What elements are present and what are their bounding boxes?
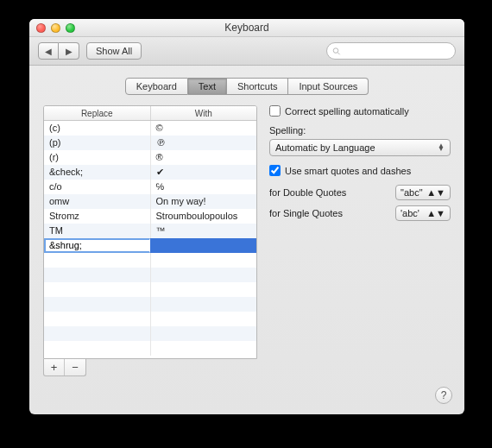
table-row[interactable]: StromzStroumboulopoulos [44,209,256,224]
minus-icon: − [72,361,79,374]
search-input[interactable] [344,46,450,56]
col-with[interactable]: With [151,106,257,120]
cell-with: Stroumboulopoulos [151,209,257,224]
cell-replace: omw [44,194,151,209]
tab-bar: Keyboard Text Shortcuts Input Sources [43,78,451,95]
svg-line-1 [337,52,339,54]
single-quotes-label: for Single Quotes [269,208,343,218]
cell-replace: Stromz [44,209,151,224]
cell-replace: (p) [44,136,151,150]
cell-with: ™ [151,224,257,238]
search-field[interactable] [326,42,456,60]
smart-quotes-checkbox[interactable]: Use smart quotes and dashes [269,165,451,176]
tab-text[interactable]: Text [188,78,227,95]
table-row-editing[interactable]: &shrug; [44,238,256,253]
search-icon [332,47,341,56]
window-title: Keyboard [29,22,464,34]
tab-shortcuts[interactable]: Shortcuts [227,78,288,95]
show-all-label: Show All [96,46,132,56]
cell-replace: (r) [44,150,151,165]
tab-label: Keyboard [136,81,177,91]
cell-with: ℗ [151,136,257,150]
cell-replace: c/o [44,180,151,194]
updown-icon: ▲▼ [438,144,445,151]
toolbar: ◀ ▶ Show All [29,37,464,66]
table-row[interactable]: (p)℗ [44,136,256,150]
cell-replace: TM [44,224,151,238]
correct-spelling-checkbox[interactable]: Correct spelling automatically [269,105,451,117]
content: Keyboard Text Shortcuts Input Sources Re… [29,66,464,414]
back-button[interactable]: ◀ [38,42,59,60]
table-row[interactable]: omwOn my way! [44,194,256,209]
cell-with [150,238,257,253]
checkbox-label: Use smart quotes and dashes [285,166,411,176]
popup-value: Automatic by Language [275,142,375,153]
cell-replace: &check; [44,165,151,180]
table-row[interactable]: TM™ [44,224,256,238]
table-row[interactable]: c/o℅ [44,180,256,194]
double-quotes-popup[interactable]: "abc" ▲▼ [395,185,451,200]
replacements-table[interactable]: Replace With (c)© (p)℗ (r)® &check;✔ c/o… [43,105,257,359]
updown-icon: ▲▼ [426,187,445,198]
table-row[interactable]: (r)® [44,150,256,165]
tab-input-sources[interactable]: Input Sources [288,78,369,95]
tab-keyboard[interactable]: Keyboard [125,78,188,95]
popup-value: "abc" [401,187,423,198]
prefs-window: Keyboard ◀ ▶ Show All Keyboard Text Shor… [29,19,464,414]
chevron-right-icon: ▶ [66,47,73,56]
add-remove-bar: + − [43,359,86,376]
add-button[interactable]: + [44,359,65,375]
titlebar: Keyboard [29,19,464,37]
cell-with: © [151,121,257,136]
cell-replace: (c) [44,121,151,136]
single-quotes-popup[interactable]: 'abc' ▲▼ [395,205,451,221]
remove-button[interactable]: − [65,359,85,375]
show-all-button[interactable]: Show All [86,42,142,60]
table-header: Replace With [44,106,256,121]
double-quotes-label: for Double Quotes [269,187,346,198]
help-icon: ? [441,389,447,401]
checkbox-label: Correct spelling automatically [285,106,409,117]
cell-replace-input[interactable]: &shrug; [44,238,150,253]
table-row[interactable]: &check;✔ [44,165,256,180]
forward-button[interactable]: ▶ [59,42,79,60]
cell-with: ℅ [151,180,257,194]
nav-segment: ◀ ▶ [38,42,79,60]
spelling-popup[interactable]: Automatic by Language ▲▼ [269,139,451,156]
tab-label: Input Sources [299,81,357,91]
spelling-label: Spelling: [269,125,451,136]
svg-point-0 [333,47,338,53]
tab-label: Shortcuts [237,81,277,91]
checkbox-input[interactable] [269,105,281,117]
checkbox-input[interactable] [269,165,281,176]
chevron-left-icon: ◀ [45,47,52,56]
cell-with: On my way! [151,194,257,209]
updown-icon: ▲▼ [426,208,445,218]
col-replace[interactable]: Replace [44,106,151,120]
table-row[interactable]: (c)© [44,121,256,136]
cell-with: ® [151,150,257,165]
plus-icon: + [51,361,58,374]
help-button[interactable]: ? [435,387,452,404]
cell-with: ✔ [151,165,257,180]
tab-label: Text [199,81,216,91]
popup-value: 'abc' [401,208,419,218]
